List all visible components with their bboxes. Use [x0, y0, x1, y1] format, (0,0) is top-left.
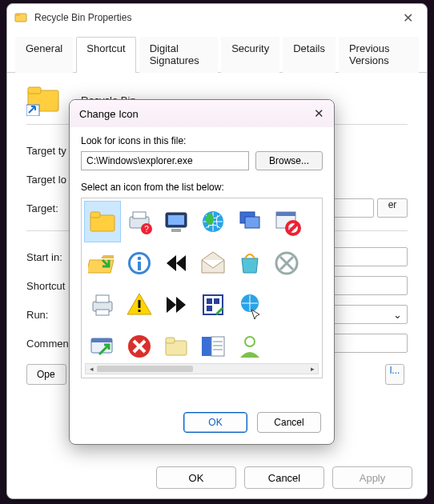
change-icon-dialog: Change Icon ✕ Look for icons in this fil… [69, 99, 335, 445]
app-board-icon[interactable] [195, 285, 231, 325]
window-blocked-icon[interactable] [269, 202, 304, 242]
modal-title: Change Icon [79, 108, 139, 120]
svg-point-24 [138, 257, 142, 261]
tab-details[interactable]: Details [283, 37, 336, 73]
svg-rect-33 [139, 310, 141, 312]
svg-rect-46 [202, 337, 211, 356]
svg-rect-35 [207, 298, 212, 304]
globe-pointer-icon[interactable] [232, 285, 267, 325]
svg-rect-30 [96, 295, 109, 302]
user-green-icon[interactable] [232, 326, 267, 366]
svg-rect-6 [90, 212, 100, 218]
advanced-button[interactable]: l... [385, 364, 404, 385]
svg-rect-17 [245, 217, 259, 228]
error-circle-icon[interactable] [122, 326, 157, 366]
icon-scrollbar[interactable]: ◂ ▸ [85, 363, 319, 374]
ok-button[interactable]: OK [156, 466, 236, 489]
tab-shortcut[interactable]: Shortcut [76, 37, 135, 73]
svg-text:?: ? [144, 225, 149, 234]
modal-footer: OK Cancel [183, 412, 321, 433]
shopping-bag-icon[interactable] [232, 243, 267, 283]
titlebar: Recycle Bin Properties ✕ [7, 4, 427, 31]
rewind-icon[interactable] [159, 243, 194, 283]
svg-rect-1 [15, 14, 20, 16]
tab-general[interactable]: General [15, 37, 73, 73]
svg-rect-13 [171, 229, 181, 232]
mail-open-icon[interactable] [195, 243, 231, 283]
modal-titlebar: Change Icon ✕ [70, 100, 334, 127]
windows-cascade-icon[interactable] [232, 202, 267, 242]
modal-cancel-button[interactable]: Cancel [257, 412, 321, 433]
modal-body: Look for icons in this file: Browse... S… [70, 127, 334, 388]
folder-open-icon[interactable] [85, 243, 120, 283]
icon-list: ? ◂ ▸ [81, 198, 323, 378]
cancel-button[interactable]: Cancel [244, 466, 324, 489]
svg-rect-19 [276, 212, 295, 216]
close-icon[interactable]: ✕ [395, 10, 420, 26]
open-file-location-button[interactable]: Ope [26, 364, 66, 385]
scroll-left-icon[interactable]: ◂ [86, 365, 97, 373]
tab-security[interactable]: Security [221, 37, 279, 73]
titlebar-app-icon [14, 10, 28, 25]
modal-close-icon[interactable]: ✕ [314, 106, 324, 121]
globe-icon[interactable] [195, 202, 231, 242]
icon-empty [269, 285, 304, 325]
browse-button[interactable]: Browse... [255, 151, 323, 170]
svg-point-15 [206, 214, 214, 225]
window-title: Recycle Bin Properties [34, 12, 395, 23]
svg-rect-12 [168, 215, 184, 225]
scroll-thumb[interactable] [97, 366, 193, 372]
modal-ok-button[interactable]: OK [183, 412, 247, 433]
svg-rect-40 [91, 338, 112, 342]
scroll-right-icon[interactable]: ▸ [307, 365, 318, 373]
icon-empty [269, 326, 304, 366]
svg-rect-25 [138, 262, 141, 270]
svg-rect-3 [28, 87, 41, 94]
warning-icon[interactable] [122, 285, 157, 325]
info-icon[interactable] [122, 243, 157, 283]
folder-plain-icon[interactable] [159, 326, 194, 366]
tab-previous-versions[interactable]: Previous Versions [339, 37, 419, 73]
icon-path-input[interactable] [81, 151, 249, 170]
scroll-track[interactable] [97, 365, 307, 373]
svg-rect-45 [166, 338, 175, 343]
svg-rect-47 [211, 337, 224, 356]
printer-icon[interactable] [85, 285, 120, 325]
tab-digital-signatures[interactable]: Digital Signatures [139, 37, 219, 73]
cancel-circle-icon[interactable] [269, 243, 304, 283]
tabs: GeneralShortcutDigital SignaturesSecurit… [7, 36, 427, 73]
select-icon-label: Select an icon from the list below: [81, 182, 323, 193]
list-panel-icon[interactable] [195, 326, 231, 366]
forward-icon[interactable] [159, 285, 194, 325]
svg-rect-8 [133, 212, 146, 218]
chevron-down-icon: ⌄ [393, 309, 402, 321]
printer-help-icon[interactable]: ? [122, 202, 157, 242]
computer-display-icon[interactable] [159, 202, 194, 242]
svg-point-52 [246, 338, 254, 346]
svg-rect-36 [214, 298, 219, 304]
monitor-arrow-icon[interactable] [85, 326, 120, 366]
target-trailing[interactable]: er [377, 198, 408, 218]
folder-icon[interactable] [85, 202, 120, 242]
svg-rect-31 [96, 310, 109, 315]
folder-shortcut-icon [26, 84, 62, 116]
dialog-footer: OK Cancel Apply [156, 466, 412, 489]
look-for-label: Look for icons in this file: [81, 135, 323, 146]
svg-rect-37 [207, 306, 212, 311]
apply-button[interactable]: Apply [332, 466, 412, 489]
svg-rect-32 [139, 300, 141, 308]
